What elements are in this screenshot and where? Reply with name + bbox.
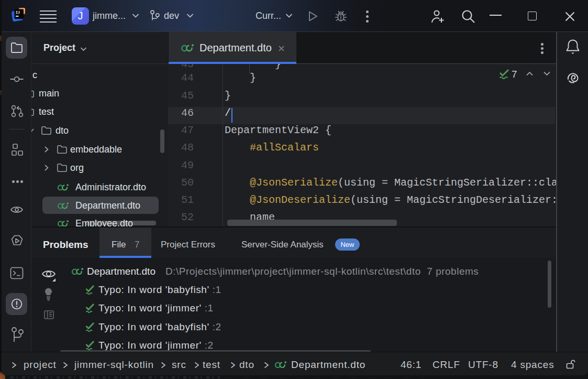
svg-text:IJ: IJ xyxy=(16,11,20,15)
